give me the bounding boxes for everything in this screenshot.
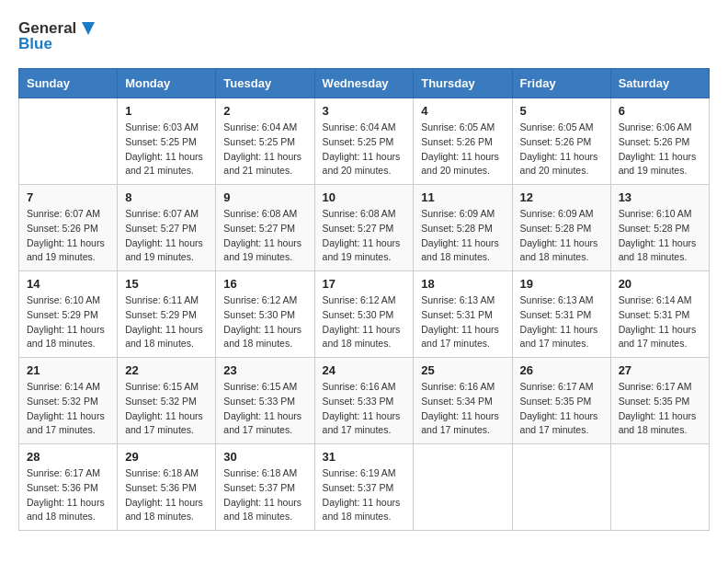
calendar-cell: 9Sunrise: 6:08 AMSunset: 5:27 PMDaylight…	[216, 185, 314, 271]
calendar-week-row: 7Sunrise: 6:07 AMSunset: 5:26 PMDaylight…	[19, 185, 710, 271]
calendar-cell: 27Sunrise: 6:17 AMSunset: 5:35 PMDayligh…	[610, 358, 709, 444]
calendar-cell	[512, 444, 610, 531]
day-info: Sunrise: 6:08 AMSunset: 5:27 PMDaylight:…	[323, 207, 406, 265]
weekday-header-saturday: Saturday	[610, 69, 709, 98]
calendar-cell: 8Sunrise: 6:07 AMSunset: 5:27 PMDaylight…	[118, 185, 216, 271]
calendar-cell: 13Sunrise: 6:10 AMSunset: 5:28 PMDayligh…	[610, 185, 709, 271]
calendar-week-row: 1Sunrise: 6:03 AMSunset: 5:25 PMDaylight…	[19, 98, 710, 185]
calendar-cell	[610, 444, 709, 531]
day-info: Sunrise: 6:14 AMSunset: 5:31 PMDaylight:…	[619, 293, 701, 351]
day-number: 2	[223, 104, 306, 118]
calendar-cell: 26Sunrise: 6:17 AMSunset: 5:35 PMDayligh…	[512, 358, 610, 444]
calendar-week-row: 21Sunrise: 6:14 AMSunset: 5:32 PMDayligh…	[19, 358, 710, 444]
day-number: 1	[125, 104, 208, 118]
day-info: Sunrise: 6:15 AMSunset: 5:32 PMDaylight:…	[125, 380, 208, 438]
day-info: Sunrise: 6:08 AMSunset: 5:27 PMDaylight:…	[223, 207, 306, 265]
day-number: 24	[323, 363, 406, 377]
day-number: 11	[421, 190, 504, 204]
day-info: Sunrise: 6:04 AMSunset: 5:25 PMDaylight:…	[323, 121, 406, 178]
day-info: Sunrise: 6:18 AMSunset: 5:37 PMDaylight:…	[223, 466, 306, 524]
calendar-table: SundayMondayTuesdayWednesdayThursdayFrid…	[18, 68, 710, 531]
day-number: 21	[27, 363, 109, 377]
calendar-cell: 19Sunrise: 6:13 AMSunset: 5:31 PMDayligh…	[512, 271, 610, 358]
day-info: Sunrise: 6:09 AMSunset: 5:28 PMDaylight:…	[520, 207, 603, 265]
calendar-cell: 16Sunrise: 6:12 AMSunset: 5:30 PMDayligh…	[216, 271, 314, 358]
header: General Blue	[18, 18, 710, 53]
day-info: Sunrise: 6:17 AMSunset: 5:35 PMDaylight:…	[619, 380, 701, 438]
logo-blue: Blue	[18, 35, 52, 53]
day-number: 29	[125, 450, 208, 464]
logo: General Blue	[18, 18, 98, 53]
calendar-cell: 10Sunrise: 6:08 AMSunset: 5:27 PMDayligh…	[314, 185, 414, 271]
day-number: 25	[421, 363, 504, 377]
day-info: Sunrise: 6:05 AMSunset: 5:26 PMDaylight:…	[421, 121, 504, 178]
day-number: 9	[223, 190, 306, 204]
day-number: 10	[323, 190, 406, 204]
weekday-header-tuesday: Tuesday	[216, 69, 314, 98]
calendar-cell: 12Sunrise: 6:09 AMSunset: 5:28 PMDayligh…	[512, 185, 610, 271]
day-info: Sunrise: 6:07 AMSunset: 5:27 PMDaylight:…	[125, 207, 208, 265]
day-number: 18	[421, 277, 504, 291]
calendar-cell: 22Sunrise: 6:15 AMSunset: 5:32 PMDayligh…	[118, 358, 216, 444]
calendar-cell: 17Sunrise: 6:12 AMSunset: 5:30 PMDayligh…	[314, 271, 414, 358]
day-info: Sunrise: 6:03 AMSunset: 5:25 PMDaylight:…	[125, 121, 208, 178]
day-info: Sunrise: 6:13 AMSunset: 5:31 PMDaylight:…	[520, 293, 603, 351]
day-info: Sunrise: 6:15 AMSunset: 5:33 PMDaylight:…	[223, 380, 306, 438]
day-info: Sunrise: 6:09 AMSunset: 5:28 PMDaylight:…	[421, 207, 504, 265]
calendar-cell: 28Sunrise: 6:17 AMSunset: 5:36 PMDayligh…	[19, 444, 118, 531]
calendar-cell: 23Sunrise: 6:15 AMSunset: 5:33 PMDayligh…	[216, 358, 314, 444]
weekday-header-monday: Monday	[118, 69, 216, 98]
day-info: Sunrise: 6:17 AMSunset: 5:36 PMDaylight:…	[27, 466, 109, 524]
calendar-cell: 30Sunrise: 6:18 AMSunset: 5:37 PMDayligh…	[216, 444, 314, 531]
day-info: Sunrise: 6:16 AMSunset: 5:34 PMDaylight:…	[421, 380, 504, 438]
day-number: 27	[619, 363, 701, 377]
day-info: Sunrise: 6:11 AMSunset: 5:29 PMDaylight:…	[125, 293, 208, 351]
calendar-cell: 1Sunrise: 6:03 AMSunset: 5:25 PMDaylight…	[118, 98, 216, 185]
day-number: 19	[520, 277, 603, 291]
calendar-cell: 3Sunrise: 6:04 AMSunset: 5:25 PMDaylight…	[314, 98, 414, 185]
weekday-header-sunday: Sunday	[19, 69, 118, 98]
calendar-cell: 25Sunrise: 6:16 AMSunset: 5:34 PMDayligh…	[414, 358, 512, 444]
calendar-cell: 20Sunrise: 6:14 AMSunset: 5:31 PMDayligh…	[610, 271, 709, 358]
day-info: Sunrise: 6:16 AMSunset: 5:33 PMDaylight:…	[323, 380, 406, 438]
calendar-cell: 2Sunrise: 6:04 AMSunset: 5:25 PMDaylight…	[216, 98, 314, 185]
calendar-cell	[414, 444, 512, 531]
day-number: 4	[421, 104, 504, 118]
calendar-cell: 21Sunrise: 6:14 AMSunset: 5:32 PMDayligh…	[19, 358, 118, 444]
day-info: Sunrise: 6:12 AMSunset: 5:30 PMDaylight:…	[323, 293, 406, 351]
day-info: Sunrise: 6:05 AMSunset: 5:26 PMDaylight:…	[520, 121, 603, 178]
day-info: Sunrise: 6:07 AMSunset: 5:26 PMDaylight:…	[27, 207, 109, 265]
day-number: 16	[223, 277, 306, 291]
day-number: 26	[520, 363, 603, 377]
day-number: 13	[619, 190, 701, 204]
calendar-cell: 4Sunrise: 6:05 AMSunset: 5:26 PMDaylight…	[414, 98, 512, 185]
calendar-week-row: 28Sunrise: 6:17 AMSunset: 5:36 PMDayligh…	[19, 444, 710, 531]
calendar-cell: 14Sunrise: 6:10 AMSunset: 5:29 PMDayligh…	[19, 271, 118, 358]
day-number: 14	[27, 277, 109, 291]
day-info: Sunrise: 6:14 AMSunset: 5:32 PMDaylight:…	[27, 380, 109, 438]
day-number: 17	[323, 277, 406, 291]
weekday-header-friday: Friday	[512, 69, 610, 98]
day-info: Sunrise: 6:19 AMSunset: 5:37 PMDaylight:…	[323, 466, 406, 524]
day-info: Sunrise: 6:13 AMSunset: 5:31 PMDaylight:…	[421, 293, 504, 351]
day-number: 5	[520, 104, 603, 118]
calendar-cell: 15Sunrise: 6:11 AMSunset: 5:29 PMDayligh…	[118, 271, 216, 358]
logo-text: General Blue	[18, 18, 98, 53]
day-number: 22	[125, 363, 208, 377]
svg-marker-0	[82, 22, 95, 35]
calendar-cell: 29Sunrise: 6:18 AMSunset: 5:36 PMDayligh…	[118, 444, 216, 531]
day-number: 7	[27, 190, 109, 204]
day-info: Sunrise: 6:17 AMSunset: 5:35 PMDaylight:…	[520, 380, 603, 438]
day-number: 12	[520, 190, 603, 204]
day-number: 30	[223, 450, 306, 464]
calendar-cell: 6Sunrise: 6:06 AMSunset: 5:26 PMDaylight…	[610, 98, 709, 185]
weekday-header-wednesday: Wednesday	[314, 69, 414, 98]
day-number: 3	[323, 104, 406, 118]
weekday-header-thursday: Thursday	[414, 69, 512, 98]
day-number: 23	[223, 363, 306, 377]
calendar-cell: 18Sunrise: 6:13 AMSunset: 5:31 PMDayligh…	[414, 271, 512, 358]
calendar-week-row: 14Sunrise: 6:10 AMSunset: 5:29 PMDayligh…	[19, 271, 710, 358]
day-number: 15	[125, 277, 208, 291]
calendar-cell: 7Sunrise: 6:07 AMSunset: 5:26 PMDaylight…	[19, 185, 118, 271]
day-info: Sunrise: 6:06 AMSunset: 5:26 PMDaylight:…	[619, 121, 701, 178]
